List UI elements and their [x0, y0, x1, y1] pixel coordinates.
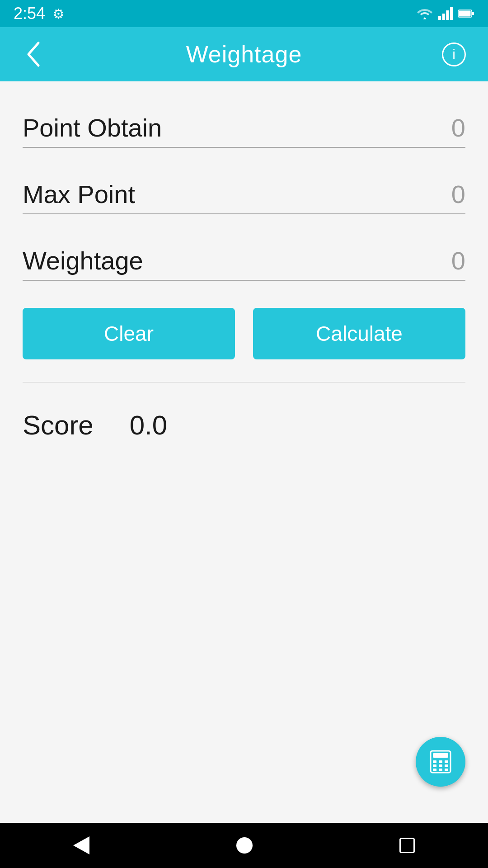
nav-home-button[interactable] — [236, 837, 253, 854]
action-buttons: Clear Calculate — [23, 308, 465, 359]
weightage-value[interactable]: 0 — [429, 246, 465, 275]
svg-rect-5 — [459, 11, 471, 17]
gear-icon: ⚙ — [52, 6, 65, 22]
svg-rect-16 — [445, 764, 448, 767]
weightage-row[interactable]: Weightage 0 — [23, 232, 465, 281]
max-point-row[interactable]: Max Point 0 — [23, 166, 465, 214]
max-point-value[interactable]: 0 — [429, 179, 465, 209]
status-bar: 2:54 ⚙ — [0, 0, 488, 27]
weightage-label: Weightage — [23, 246, 143, 275]
svg-rect-14 — [433, 764, 436, 767]
svg-rect-10 — [433, 753, 448, 758]
clock-time: 2:54 — [14, 4, 45, 23]
point-obtain-label: Point Obtain — [23, 113, 162, 142]
battery-icon — [458, 9, 474, 18]
svg-rect-19 — [445, 769, 448, 771]
score-row: Score 0.0 — [23, 401, 465, 450]
calculate-button[interactable]: Calculate — [253, 308, 465, 359]
nav-recents-button[interactable] — [399, 838, 415, 853]
nav-back-icon — [73, 836, 89, 854]
score-value: 0.0 — [130, 410, 167, 441]
calculator-icon — [427, 748, 454, 775]
nav-home-icon — [236, 837, 253, 854]
nav-bar — [0, 823, 488, 868]
signal-icon — [438, 7, 453, 20]
divider — [23, 382, 465, 382]
svg-rect-0 — [438, 16, 441, 20]
svg-rect-6 — [472, 12, 474, 15]
status-time-group: 2:54 ⚙ — [14, 4, 65, 23]
score-label: Score — [23, 410, 94, 441]
app-bar: Weightage i — [0, 27, 488, 81]
page-title: Weightage — [186, 41, 302, 68]
calculator-fab[interactable] — [416, 737, 465, 787]
nav-recents-icon — [399, 838, 415, 853]
svg-rect-2 — [446, 10, 449, 20]
svg-rect-1 — [442, 14, 445, 20]
point-obtain-value[interactable]: 0 — [429, 113, 465, 142]
nav-back-button[interactable] — [73, 836, 89, 854]
svg-text:i: i — [453, 47, 456, 61]
svg-rect-17 — [433, 769, 436, 771]
back-button[interactable] — [18, 41, 50, 68]
svg-rect-18 — [439, 769, 442, 771]
svg-rect-3 — [450, 7, 453, 20]
point-obtain-row[interactable]: Point Obtain 0 — [23, 99, 465, 148]
svg-rect-11 — [433, 760, 436, 763]
svg-rect-15 — [439, 764, 442, 767]
svg-rect-13 — [445, 760, 448, 763]
status-icons — [417, 7, 474, 20]
max-point-label: Max Point — [23, 179, 135, 209]
wifi-icon — [417, 7, 433, 20]
clear-button[interactable]: Clear — [23, 308, 235, 359]
main-content: Point Obtain 0 Max Point 0 Weightage 0 C… — [0, 81, 488, 823]
info-button[interactable]: i — [438, 42, 470, 67]
svg-rect-12 — [439, 760, 442, 763]
